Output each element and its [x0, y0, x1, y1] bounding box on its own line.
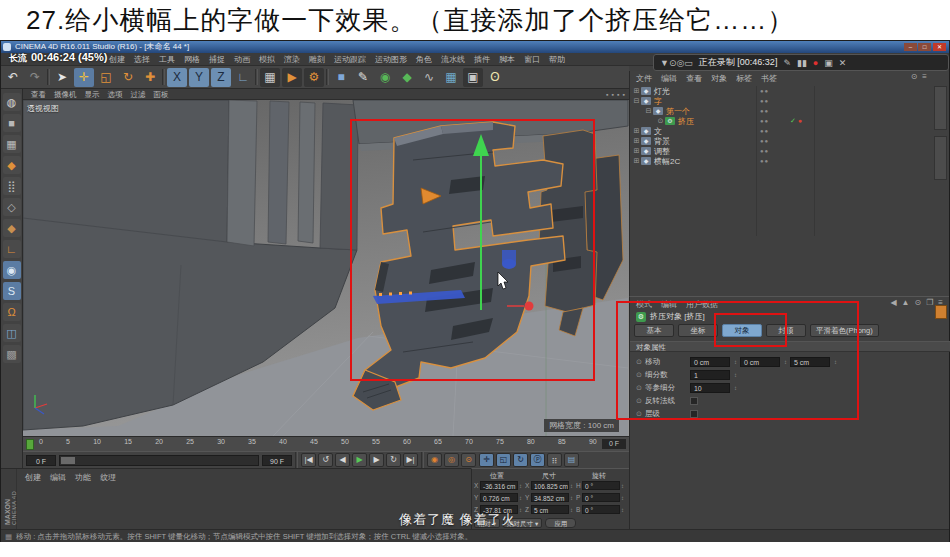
position-y-field[interactable]: 0.726 cm [480, 493, 518, 502]
last-tool-icon[interactable]: ✚ [140, 68, 160, 87]
viewport-canvas[interactable] [23, 100, 629, 436]
light-icon[interactable]: ʘ [485, 68, 505, 87]
menu-item[interactable]: 创建 [109, 53, 125, 66]
record-position-toggle[interactable]: ✛ [479, 453, 494, 467]
om-corner-icon[interactable]: ⊙ [911, 72, 918, 81]
workplane-mode-icon[interactable]: ◆ [3, 156, 21, 174]
play-backwards-button[interactable]: ↺ [318, 453, 333, 467]
material-menu-item[interactable]: 功能 [75, 471, 91, 484]
menu-item[interactable]: 插件 [474, 53, 490, 66]
record-rotation-toggle[interactable]: ↻ [513, 453, 528, 467]
timeline-layout-icon[interactable]: ▤ [564, 453, 579, 467]
timeline-playhead[interactable] [26, 439, 34, 450]
perspective-viewport[interactable]: 查看摄像机显示选项过滤面板 ▪▪▪▪ 透视视图 [23, 89, 629, 436]
om-menu-item[interactable]: 编辑 [661, 72, 677, 85]
attr-corner-icon[interactable]: ❐ [926, 298, 933, 307]
tree-item-adjust[interactable]: ⊞◆调整●● [632, 146, 932, 156]
window-titlebar[interactable]: CINEMA 4D R16.011 Studio (R16) - [未命名 44… [1, 41, 949, 53]
redo-icon[interactable]: ↷ [25, 68, 45, 87]
camera-icon[interactable]: ▣ [463, 68, 483, 87]
viewport-menu-item[interactable]: 显示 [85, 89, 100, 100]
timeline-ruler[interactable]: 051015202530354045505560657075808590 0 F [23, 436, 629, 451]
tree-item-background[interactable]: ⊞◆背景●● [632, 136, 932, 146]
next-frame-button[interactable]: ▶ [369, 453, 384, 467]
menu-item[interactable]: 角色 [416, 53, 432, 66]
viewport-pane-icon[interactable]: ▪ [623, 89, 625, 100]
viewport-solo-icon[interactable]: ◉ [3, 261, 21, 279]
recorder-icon[interactable]: ▼ [660, 58, 669, 68]
material-menu-item[interactable]: 纹理 [100, 471, 116, 484]
z-axis-lock[interactable]: Z [211, 68, 231, 87]
ruler-frame-field[interactable]: 0 F [602, 439, 626, 449]
menu-item[interactable]: 渲染 [284, 53, 300, 66]
record-parameter-toggle[interactable]: Ⓟ [530, 453, 545, 467]
field-curve-icon[interactable]: ∿ [419, 68, 439, 87]
menu-item[interactable]: 动画 [234, 53, 250, 66]
material-menu-item[interactable]: 编辑 [50, 471, 66, 484]
primitive-cube-icon[interactable]: ■ [331, 68, 351, 87]
record-keyframe-button[interactable]: ◉ [427, 453, 442, 467]
maximize-button[interactable]: □ [918, 43, 931, 51]
prev-frame-button[interactable]: ◀ [335, 453, 350, 467]
viewport-menu-item[interactable]: 过滤 [131, 89, 146, 100]
tree-item-banner[interactable]: ⊞◆横幅2C●● [632, 156, 932, 166]
menu-item[interactable]: 捕捉 [209, 53, 225, 66]
menu-item[interactable]: 脚本 [499, 53, 515, 66]
om-menu-item[interactable]: 标签 [736, 72, 752, 85]
y-axis-lock[interactable]: Y [189, 68, 209, 87]
rotation-p-field[interactable]: 0 ° [582, 493, 620, 502]
record-scale-toggle[interactable]: ◱ [496, 453, 511, 467]
coord-system-icon[interactable]: ∟ [233, 68, 253, 87]
om-corner-icon[interactable]: ≡ [922, 72, 927, 81]
tree-item-lights[interactable]: ⊞◆灯光●● [632, 86, 932, 96]
size-z-field[interactable]: 5 cm [531, 505, 569, 514]
material-menu-item[interactable]: 创建 [25, 471, 41, 484]
attr-corner-icon[interactable]: ▲ [902, 298, 910, 307]
lock-workplane-icon[interactable]: ◫ [3, 324, 21, 342]
edges-mode-icon[interactable]: ◇ [3, 198, 21, 216]
undo-icon[interactable]: ↶ [3, 68, 23, 87]
goto-start-button[interactable]: |◀ [301, 453, 316, 467]
render-picture-viewer-icon[interactable]: ▶ [282, 68, 302, 87]
scale-tool-icon[interactable]: ◱ [96, 68, 116, 87]
size-y-field[interactable]: 34.852 cm [531, 493, 569, 502]
timeline-scrubber[interactable] [59, 455, 259, 466]
axis-mode-icon[interactable]: ∟ [3, 240, 21, 258]
start-frame-field[interactable]: 0 F [26, 455, 56, 466]
goto-end-button[interactable]: ▶| [403, 453, 418, 467]
tree-item-first-line[interactable]: ⊟◆第一个●● [632, 106, 932, 116]
record-pla-toggle[interactable]: ⣶ [547, 453, 562, 467]
panel-side-tab[interactable] [935, 305, 947, 319]
position-x-field[interactable]: -36.316 cm [480, 481, 518, 490]
pause-icon[interactable]: ▮▮ [797, 58, 807, 68]
menu-item[interactable]: 模拟 [259, 53, 275, 66]
scrubber-handle[interactable] [61, 457, 75, 464]
tree-item-wen[interactable]: ⊞◆文●● [632, 126, 932, 136]
close-recorder-icon[interactable]: ✕ [839, 58, 847, 68]
viewport-menu-item[interactable]: 选项 [108, 89, 123, 100]
deformer-icon[interactable]: ◆ [397, 68, 417, 87]
om-menu-item[interactable]: 对象 [711, 72, 727, 85]
x-axis-lock[interactable]: X [167, 68, 187, 87]
autokey-button[interactable]: ◎ [444, 453, 459, 467]
side-tab-strip[interactable] [934, 86, 947, 236]
attr-corner-icon[interactable]: ⊙ [914, 298, 921, 307]
menu-item[interactable]: 雕刻 [309, 53, 325, 66]
menu-item[interactable]: 流水线 [441, 53, 465, 66]
viewport-pane-icon[interactable]: ▪ [612, 89, 614, 100]
pencil-icon[interactable]: ✎ [783, 58, 791, 68]
viewport-menu-item[interactable]: 查看 [31, 89, 46, 100]
model-mode-icon[interactable]: ■ [3, 114, 21, 132]
render-settings-icon[interactable]: ⚙ [304, 68, 324, 87]
make-editable-icon[interactable]: ◍ [3, 93, 21, 111]
texture-mode-icon[interactable]: ▦ [3, 135, 21, 153]
om-menu-item[interactable]: 书签 [761, 72, 777, 85]
recorder-icon[interactable]: ▭ [684, 58, 693, 68]
menu-item[interactable]: 工具 [159, 53, 175, 66]
environment-icon[interactable]: ▦ [441, 68, 461, 87]
generator-icon[interactable]: ◉ [375, 68, 395, 87]
spline-pen-icon[interactable]: ✎ [353, 68, 373, 87]
keyframe-selection-button[interactable]: ⊙ [461, 453, 476, 467]
om-menu-item[interactable]: 文件 [636, 72, 652, 85]
end-frame-field[interactable]: 90 F [262, 455, 292, 466]
